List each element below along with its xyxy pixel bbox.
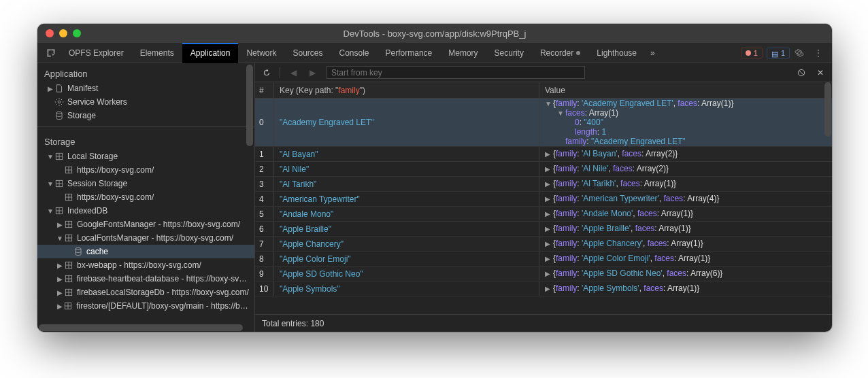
sidebar-item-firestore-default-boxy-svg-main-https-bo[interactable]: ▶firestore/[DEFAULT]/boxy-svg/main - htt…	[37, 299, 254, 313]
file-icon	[54, 84, 65, 93]
sidebar-item-indexeddb[interactable]: ▼IndexedDB	[37, 204, 254, 218]
close-icon[interactable]	[46, 29, 54, 37]
titlebar: DevTools - boxy-svg.com/app/disk:w9PtrqP…	[37, 24, 832, 43]
table-row[interactable]: 0"Academy Engraved LET"▼{family: 'Academ…	[255, 99, 832, 147]
minimize-icon[interactable]	[59, 29, 67, 37]
sidebar-item-session-storage[interactable]: ▼Session Storage	[37, 177, 254, 190]
main-panel: ◀ ▶ ✕ # Key (Key path: "family") Value 0…	[255, 63, 832, 332]
grid-icon	[63, 301, 74, 311]
grid-icon	[54, 152, 65, 161]
table-row[interactable]: 2"Al Nile"▶{family: 'Al Nile', faces: Ar…	[255, 162, 832, 177]
sidebar-item-https-boxy-svg-com-[interactable]: https://boxy-svg.com/	[37, 190, 254, 204]
sidebar-item-bx-webapp-https-boxy-svg-com-[interactable]: ▶bx-webapp - https://boxy-svg.com/	[37, 258, 254, 272]
svg-point-1	[56, 111, 62, 114]
sidebar-item-firebaselocalstoragedb-https-boxy-svg-co[interactable]: ▶firebaseLocalStorageDb - https://boxy-s…	[37, 286, 254, 299]
prev-page-icon[interactable]: ◀	[287, 67, 299, 79]
idb-toolbar: ◀ ▶ ✕	[255, 63, 832, 82]
inspect-tool-icon[interactable]	[41, 44, 61, 63]
sidebar-item-localfontsmanager-https-boxy-svg-com-[interactable]: ▼LocalFontsManager - https://boxy-svg.co…	[37, 231, 254, 245]
sidebar: Application ▶ManifestService WorkersStor…	[37, 63, 255, 332]
col-index[interactable]: #	[255, 82, 274, 98]
table-header: # Key (Key path: "family") Value	[255, 82, 832, 99]
grid-icon	[63, 220, 74, 229]
devtools-window: DevTools - boxy-svg.com/app/disk:w9PtrqP…	[37, 24, 832, 332]
table-row[interactable]: 1"Al Bayan"▶{family: 'Al Bayan', faces: …	[255, 147, 832, 162]
tab-lighthouse[interactable]: Lighthouse	[588, 43, 645, 63]
sidebar-hscrollbar[interactable]	[39, 324, 243, 331]
tab-memory[interactable]: Memory	[440, 43, 486, 63]
errors-badge[interactable]: 1	[741, 48, 763, 58]
tab-elements[interactable]: Elements	[132, 43, 182, 63]
grid-icon	[54, 179, 65, 188]
table-row[interactable]: 9"Apple SD Gothic Neo"▶{family: 'Apple S…	[255, 267, 832, 281]
svg-point-9	[76, 247, 81, 250]
svg-point-0	[58, 101, 61, 103]
table-row[interactable]: 8"Apple Color Emoji"▶{family: 'Apple Col…	[255, 252, 832, 267]
tab-console[interactable]: Console	[331, 43, 378, 63]
grid-icon	[63, 288, 74, 297]
grid-icon	[63, 260, 74, 270]
tab-recorder[interactable]: Recorder	[532, 43, 588, 63]
next-page-icon[interactable]: ▶	[306, 67, 318, 79]
tab-opfs-explorer[interactable]: OPFS Explorer	[61, 43, 132, 63]
zoom-icon[interactable]	[73, 29, 81, 37]
settings-icon[interactable]	[790, 48, 809, 58]
sidebar-item-firebase-heartbeat-database-https-boxy-s[interactable]: ▶firebase-heartbeat-database - https://b…	[37, 272, 254, 286]
start-key-input[interactable]	[327, 66, 585, 79]
window-title: DevTools - boxy-svg.com/app/disk:w9PtrqP…	[344, 29, 527, 39]
traffic-lights	[46, 29, 81, 37]
grid-icon	[63, 165, 74, 175]
table-row[interactable]: 5"Andale Mono"▶{family: 'Andale Mono', f…	[255, 207, 832, 222]
more-tabs[interactable]: »	[645, 43, 661, 63]
table-row[interactable]: 10"Apple Symbols"▶{family: 'Apple Symbol…	[255, 281, 832, 296]
total-label: Total entries:	[262, 319, 308, 328]
sidebar-item-local-storage[interactable]: ▼Local Storage	[37, 150, 254, 163]
kebab-icon[interactable]: ⋮	[809, 48, 828, 58]
main-scrollbar[interactable]	[824, 82, 831, 137]
section-application: Application	[37, 63, 254, 82]
section-storage: Storage	[37, 131, 254, 150]
sidebar-item-googlefontsmanager-https-boxy-svg-com-[interactable]: ▶GoogleFontsManager - https://boxy-svg.c…	[37, 218, 254, 231]
footer: Total entries: 180	[255, 314, 832, 332]
refresh-icon[interactable]	[261, 67, 273, 79]
col-value[interactable]: Value	[539, 82, 832, 98]
tab-performance[interactable]: Performance	[378, 43, 441, 63]
table-row[interactable]: 6"Apple Braille"▶{family: 'Apple Braille…	[255, 222, 832, 237]
grid-icon	[63, 233, 74, 243]
table-row[interactable]: 7"Apple Chancery"▶{family: 'Apple Chance…	[255, 237, 832, 252]
tab-sources[interactable]: Sources	[284, 43, 331, 63]
gear-icon	[54, 97, 65, 107]
total-value: 180	[310, 319, 324, 328]
db-icon	[54, 111, 65, 120]
sidebar-item-https-boxy-svg-com-[interactable]: https://boxy-svg.com/	[37, 163, 254, 177]
table-row[interactable]: 4"American Typewriter"▶{family: 'America…	[255, 192, 832, 207]
sidebar-item-manifest[interactable]: ▶Manifest	[37, 82, 254, 95]
grid-icon	[54, 206, 65, 216]
table-row[interactable]: 3"Al Tarikh"▶{family: 'Al Tarikh', faces…	[255, 177, 832, 192]
table-rows: 0"Academy Engraved LET"▼{family: 'Academ…	[255, 99, 832, 314]
tabbar: OPFS ExplorerElementsApplicationNetworkS…	[37, 43, 832, 63]
sidebar-item-cache[interactable]: cache	[37, 245, 254, 258]
tab-network[interactable]: Network	[238, 43, 284, 63]
sidebar-scrollbar[interactable]	[246, 65, 253, 146]
grid-icon	[63, 274, 74, 284]
messages-badge[interactable]: ▤1	[767, 48, 790, 58]
grid-icon	[63, 192, 74, 202]
close-icon[interactable]: ✕	[814, 67, 827, 79]
tab-security[interactable]: Security	[486, 43, 532, 63]
clear-icon[interactable]	[795, 67, 807, 79]
col-key[interactable]: Key (Key path: "family")	[274, 82, 539, 98]
sidebar-item-service-workers[interactable]: Service Workers	[37, 95, 254, 109]
sidebar-item-storage[interactable]: Storage	[37, 109, 254, 122]
tab-application[interactable]: Application	[182, 43, 239, 63]
db-icon	[73, 247, 84, 256]
